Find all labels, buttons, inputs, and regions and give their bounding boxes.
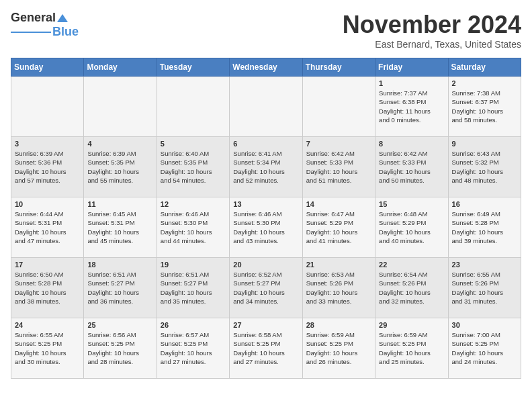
day-info: Sunrise: 6:55 AM Sunset: 5:25 PM Dayligh… (15, 330, 80, 366)
calendar-day-cell (302, 77, 375, 137)
logo: General Blue (11, 11, 79, 39)
calendar-day-cell: 13Sunrise: 6:46 AM Sunset: 5:30 PM Dayli… (230, 197, 302, 258)
day-info: Sunrise: 6:39 AM Sunset: 5:35 PM Dayligh… (87, 149, 152, 185)
calendar-week-row: 10Sunrise: 6:44 AM Sunset: 5:31 PM Dayli… (11, 197, 521, 258)
calendar-header-row: SundayMondayTuesdayWednesdayThursdayFrid… (11, 58, 521, 77)
calendar-day-cell: 1Sunrise: 7:37 AM Sunset: 6:38 PM Daylig… (375, 77, 448, 137)
weekday-header: Sunday (11, 58, 84, 77)
calendar-day-cell: 27Sunrise: 6:58 AM Sunset: 5:25 PM Dayli… (230, 318, 302, 379)
day-info: Sunrise: 6:51 AM Sunset: 5:27 PM Dayligh… (161, 270, 226, 306)
day-info: Sunrise: 6:46 AM Sunset: 5:30 PM Dayligh… (233, 210, 298, 245)
day-number: 11 (87, 200, 152, 208)
weekday-header: Wednesday (230, 58, 302, 77)
weekday-header: Friday (375, 58, 448, 77)
calendar-day-cell (11, 77, 84, 137)
calendar-week-row: 17Sunrise: 6:50 AM Sunset: 5:28 PM Dayli… (11, 258, 521, 318)
title-block: November 2024 East Bernard, Texas, Unite… (343, 11, 521, 50)
day-number: 30 (452, 321, 517, 329)
day-number: 12 (161, 200, 226, 208)
day-info: Sunrise: 7:00 AM Sunset: 5:25 PM Dayligh… (452, 330, 517, 366)
calendar-day-cell: 20Sunrise: 6:52 AM Sunset: 5:27 PM Dayli… (230, 258, 302, 318)
day-number: 13 (233, 200, 298, 208)
calendar-day-cell: 29Sunrise: 6:59 AM Sunset: 5:25 PM Dayli… (375, 318, 448, 379)
day-info: Sunrise: 6:59 AM Sunset: 5:25 PM Dayligh… (306, 330, 371, 366)
calendar-day-cell: 24Sunrise: 6:55 AM Sunset: 5:25 PM Dayli… (11, 318, 84, 379)
day-number: 26 (161, 321, 226, 329)
day-number: 1 (379, 79, 444, 87)
calendar-day-cell: 6Sunrise: 6:41 AM Sunset: 5:34 PM Daylig… (230, 137, 302, 197)
day-number: 10 (15, 200, 80, 208)
calendar-day-cell: 18Sunrise: 6:51 AM Sunset: 5:27 PM Dayli… (84, 258, 157, 318)
day-info: Sunrise: 6:45 AM Sunset: 5:31 PM Dayligh… (87, 210, 152, 245)
calendar-day-cell: 5Sunrise: 6:40 AM Sunset: 5:35 PM Daylig… (157, 137, 229, 197)
calendar-day-cell: 15Sunrise: 6:48 AM Sunset: 5:29 PM Dayli… (375, 197, 448, 258)
calendar-week-row: 24Sunrise: 6:55 AM Sunset: 5:25 PM Dayli… (11, 318, 521, 379)
weekday-header: Thursday (302, 58, 375, 77)
day-info: Sunrise: 6:39 AM Sunset: 5:36 PM Dayligh… (15, 149, 80, 185)
day-info: Sunrise: 6:47 AM Sunset: 5:29 PM Dayligh… (306, 210, 371, 245)
day-number: 23 (452, 261, 517, 269)
day-number: 14 (306, 200, 371, 208)
day-info: Sunrise: 6:55 AM Sunset: 5:26 PM Dayligh… (452, 270, 517, 306)
day-number: 21 (306, 261, 371, 269)
calendar-day-cell: 19Sunrise: 6:51 AM Sunset: 5:27 PM Dayli… (157, 258, 229, 318)
day-number: 8 (379, 140, 444, 148)
day-info: Sunrise: 6:48 AM Sunset: 5:29 PM Dayligh… (379, 210, 444, 245)
logo-general-text: General (11, 11, 56, 25)
day-number: 6 (233, 140, 298, 148)
calendar-day-cell: 10Sunrise: 6:44 AM Sunset: 5:31 PM Dayli… (11, 197, 84, 258)
day-info: Sunrise: 6:41 AM Sunset: 5:34 PM Dayligh… (233, 149, 298, 185)
day-number: 3 (15, 140, 80, 148)
logo-divider (11, 32, 51, 33)
calendar-day-cell: 12Sunrise: 6:46 AM Sunset: 5:30 PM Dayli… (157, 197, 229, 258)
day-number: 22 (379, 261, 444, 269)
month-title: November 2024 (343, 11, 521, 39)
calendar-day-cell: 17Sunrise: 6:50 AM Sunset: 5:28 PM Dayli… (11, 258, 84, 318)
day-info: Sunrise: 6:59 AM Sunset: 5:25 PM Dayligh… (379, 330, 444, 366)
day-info: Sunrise: 6:56 AM Sunset: 5:25 PM Dayligh… (87, 330, 152, 366)
day-info: Sunrise: 6:52 AM Sunset: 5:27 PM Dayligh… (233, 270, 298, 306)
logo-triangle-icon (57, 13, 68, 24)
day-number: 25 (87, 321, 152, 329)
day-info: Sunrise: 6:44 AM Sunset: 5:31 PM Dayligh… (15, 210, 80, 245)
day-info: Sunrise: 6:49 AM Sunset: 5:28 PM Dayligh… (452, 210, 517, 245)
calendar-week-row: 1Sunrise: 7:37 AM Sunset: 6:38 PM Daylig… (11, 77, 521, 137)
calendar-day-cell: 7Sunrise: 6:42 AM Sunset: 5:33 PM Daylig… (302, 137, 375, 197)
day-info: Sunrise: 6:58 AM Sunset: 5:25 PM Dayligh… (233, 330, 298, 366)
day-info: Sunrise: 7:38 AM Sunset: 6:37 PM Dayligh… (452, 89, 517, 124)
calendar-day-cell: 8Sunrise: 6:42 AM Sunset: 5:33 PM Daylig… (375, 137, 448, 197)
svg-marker-0 (57, 14, 68, 22)
day-number: 29 (379, 321, 444, 329)
calendar-day-cell: 3Sunrise: 6:39 AM Sunset: 5:36 PM Daylig… (11, 137, 84, 197)
day-info: Sunrise: 6:42 AM Sunset: 5:33 PM Dayligh… (379, 149, 444, 185)
calendar-day-cell: 23Sunrise: 6:55 AM Sunset: 5:26 PM Dayli… (448, 258, 521, 318)
weekday-header: Tuesday (157, 58, 229, 77)
page-header: General Blue November 2024 East Bernard,… (11, 11, 521, 50)
weekday-header: Saturday (448, 58, 521, 77)
day-number: 5 (161, 140, 226, 148)
calendar-day-cell: 25Sunrise: 6:56 AM Sunset: 5:25 PM Dayli… (84, 318, 157, 379)
day-info: Sunrise: 6:40 AM Sunset: 5:35 PM Dayligh… (161, 149, 226, 185)
day-number: 7 (306, 140, 371, 148)
day-info: Sunrise: 6:43 AM Sunset: 5:32 PM Dayligh… (452, 149, 517, 185)
day-number: 2 (452, 79, 517, 87)
calendar-day-cell: 14Sunrise: 6:47 AM Sunset: 5:29 PM Dayli… (302, 197, 375, 258)
calendar-day-cell: 30Sunrise: 7:00 AM Sunset: 5:25 PM Dayli… (448, 318, 521, 379)
day-number: 19 (161, 261, 226, 269)
calendar-day-cell (84, 77, 157, 137)
calendar-day-cell (230, 77, 302, 137)
day-info: Sunrise: 6:53 AM Sunset: 5:26 PM Dayligh… (306, 270, 371, 306)
day-number: 4 (87, 140, 152, 148)
weekday-header: Monday (84, 58, 157, 77)
location: East Bernard, Texas, United States (343, 39, 521, 50)
day-number: 16 (452, 200, 517, 208)
day-info: Sunrise: 6:42 AM Sunset: 5:33 PM Dayligh… (306, 149, 371, 185)
day-info: Sunrise: 6:46 AM Sunset: 5:30 PM Dayligh… (161, 210, 226, 245)
calendar-day-cell: 26Sunrise: 6:57 AM Sunset: 5:25 PM Dayli… (157, 318, 229, 379)
day-number: 24 (15, 321, 80, 329)
calendar-day-cell: 9Sunrise: 6:43 AM Sunset: 5:32 PM Daylig… (448, 137, 521, 197)
logo-blue-text: Blue (52, 25, 79, 39)
calendar-day-cell: 16Sunrise: 6:49 AM Sunset: 5:28 PM Dayli… (448, 197, 521, 258)
calendar-day-cell: 21Sunrise: 6:53 AM Sunset: 5:26 PM Dayli… (302, 258, 375, 318)
calendar-day-cell (157, 77, 229, 137)
